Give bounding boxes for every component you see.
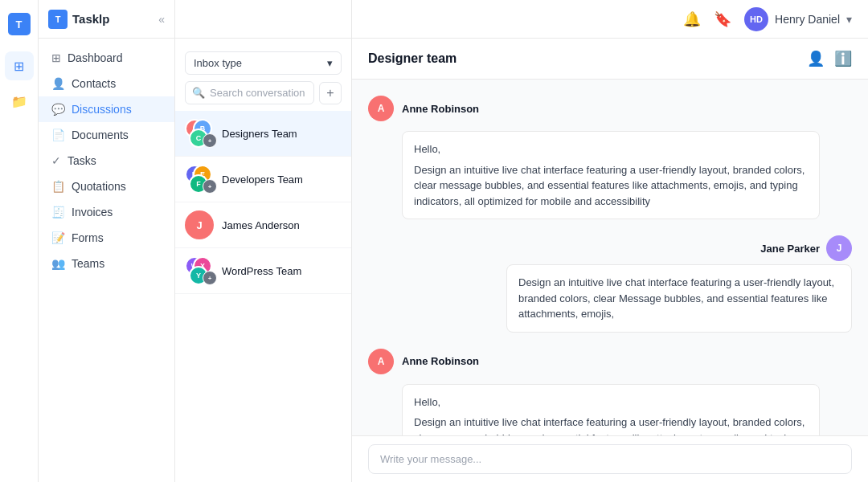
message-sender: A Anne Robinson [368, 96, 852, 121]
avatar: J [185, 210, 214, 239]
search-box[interactable]: 🔍 Search conversation [185, 81, 314, 104]
message-bubble: Hello, Design an intuitive live chat int… [402, 131, 820, 219]
sidebar-item-forms[interactable]: 📝 Forms [39, 225, 174, 251]
sender-avatar: J [826, 235, 852, 261]
inbox-type-select[interactable]: Inbox type ▾ [185, 51, 342, 75]
quotations-icon: 📋 [51, 180, 65, 193]
avatar-plus: + [203, 179, 217, 194]
sidebar-item-tasks[interactable]: ✓ Tasks [39, 148, 174, 174]
chevron-down-icon: ▾ [327, 57, 333, 69]
info-icon[interactable]: ℹ️ [834, 50, 852, 67]
logo-icon: T [8, 13, 31, 35]
collapse-button[interactable]: « [158, 13, 165, 26]
dashboard-icon: ⊞ [51, 51, 61, 64]
add-conversation-button[interactable]: + [319, 82, 342, 104]
chat-footer: Write your message... [352, 435, 868, 482]
discussions-icon: 💬 [51, 103, 65, 116]
chat-main: 🔔 🔖 HD Henry Daniel ▾ Designer team 👤 ℹ️ [352, 0, 868, 482]
message-bubble: Design an intuitive live chat interface … [506, 264, 852, 333]
message-sender-right: Jane Parker J [760, 235, 852, 261]
bookmark-icon[interactable]: 🔖 [714, 10, 731, 28]
user-avatar: HD [744, 7, 768, 31]
user-menu[interactable]: HD Henry Daniel ▾ [744, 7, 852, 31]
sidebar: T Tasklp « ⊞ Dashboard 👤 Contacts 💬 Disc… [39, 0, 175, 482]
teams-icon: 👥 [51, 257, 65, 270]
invoices-icon: 🧾 [51, 206, 65, 219]
tasks-icon: ✓ [51, 154, 61, 167]
chat-title: Designer team [368, 51, 457, 66]
sender-avatar: A [368, 349, 394, 374]
message-group: A Anne Robinson Hello, Design an intuiti… [368, 349, 852, 436]
list-item[interactable]: D E F + Developers Team [175, 157, 351, 202]
documents-icon: 📄 [51, 129, 65, 141]
logo-text: Tasklp [72, 12, 109, 26]
sender-name: Anne Robinson [402, 103, 479, 115]
avatar-group: W X Y + [185, 256, 214, 285]
messages-area: A Anne Robinson Hello, Design an intuiti… [352, 80, 868, 435]
avatar-group: D E F + [185, 165, 214, 194]
sender-name: Jane Parker [760, 243, 820, 255]
sidebar-item-dashboard[interactable]: ⊞ Dashboard [39, 45, 174, 71]
user-menu-chevron-icon: ▾ [846, 13, 852, 26]
message-input[interactable]: Write your message... [368, 444, 852, 474]
list-item[interactable]: A B C + Designers Team [175, 111, 351, 157]
chat-header: Designer team 👤 ℹ️ [352, 39, 868, 80]
add-member-icon[interactable]: 👤 [807, 50, 825, 67]
avatar-group: A B C + [185, 119, 214, 148]
forms-icon: 📝 [51, 231, 65, 244]
sender-avatar: A [368, 96, 394, 121]
search-icon: 🔍 [192, 87, 205, 99]
message-sender: A Anne Robinson [368, 349, 852, 374]
icon-rail: T ⊞ 📁 [0, 0, 39, 482]
sender-name: Anne Robinson [402, 355, 479, 367]
top-navbar: 🔔 🔖 HD Henry Daniel ▾ [352, 0, 868, 39]
conversation-list: A B C + Designers Team D E F + Developer… [175, 111, 351, 482]
message-bubble: Hello, Design an intuitive live chat int… [402, 384, 820, 436]
sidebar-item-teams[interactable]: 👥 Teams [39, 251, 174, 276]
list-item[interactable]: W X Y + WordPress Team [175, 248, 351, 294]
app-logo: T Tasklp [48, 10, 109, 29]
search-row: 🔍 Search conversation + [185, 81, 342, 104]
contacts-icon: 👤 [51, 77, 65, 90]
message-group: A Anne Robinson Hello, Design an intuiti… [368, 96, 852, 219]
rail-grid-icon[interactable]: ⊞ [5, 51, 34, 80]
logo-mark: T [48, 10, 68, 29]
avatar-plus: + [203, 133, 217, 148]
conversation-panel: Inbox type ▾ 🔍 Search conversation + A B… [175, 0, 352, 482]
sidebar-item-quotations[interactable]: 📋 Quotations [39, 174, 174, 199]
list-item[interactable]: J James Anderson [175, 202, 351, 248]
chat-header-actions: 👤 ℹ️ [807, 50, 852, 67]
avatar-plus: + [203, 271, 217, 285]
message-group-right: Jane Parker J Design an intuitive live c… [368, 235, 852, 333]
sidebar-item-contacts[interactable]: 👤 Contacts [39, 71, 174, 96]
sidebar-item-discussions[interactable]: 💬 Discussions [39, 96, 174, 122]
sidebar-item-invoices[interactable]: 🧾 Invoices [39, 199, 174, 225]
rail-contact-icon[interactable]: 📁 [5, 87, 34, 116]
sidebar-item-documents[interactable]: 📄 Documents [39, 122, 174, 148]
notification-bell-icon[interactable]: 🔔 [683, 10, 701, 28]
